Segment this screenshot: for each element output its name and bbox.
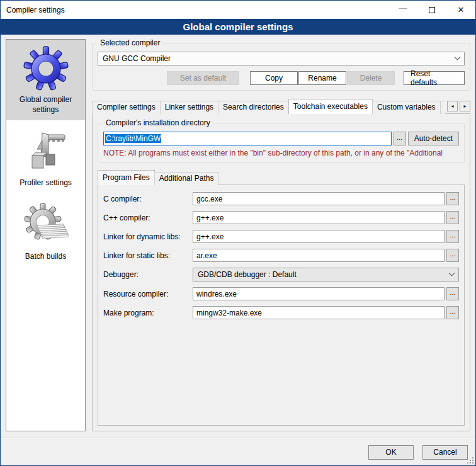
program-files-panel: C compiler: gcc.exe ... C++ compiler: g+… [98,185,465,426]
browse-button[interactable]: ... [446,230,459,243]
browse-button[interactable]: ... [446,306,459,319]
form-row-cpp-compiler: C++ compiler: g++.exe ... [103,211,459,224]
subtab-additional-paths[interactable]: Additional Paths [154,172,219,185]
browse-button[interactable]: ... [446,249,459,262]
make-program-input[interactable]: mingw32-make.exe [193,306,445,319]
maximize-icon [429,7,435,13]
dialog-header: Global compiler settings [1,19,475,35]
rename-button[interactable]: Rename [298,71,346,85]
field-label: Make program: [103,309,193,317]
tab-scroll-right-button[interactable]: ▸ [460,101,470,111]
form-row-static-linker: Linker for static libs: ar.exe ... [103,249,459,262]
browse-directory-button[interactable]: ... [394,132,406,145]
browse-button[interactable]: ... [446,287,459,300]
form-row-dynamic-linker: Linker for dynamic libs: g++.exe ... [103,230,459,243]
tab-scroll-left-button[interactable]: ◂ [447,101,458,111]
tab-build-options[interactable]: Build options [440,101,445,114]
tab-toolchain-executables[interactable]: Toolchain executables [288,99,373,114]
main-tabs: Compiler settings Linker settings Search… [92,99,445,114]
cancel-button[interactable]: Cancel [422,445,468,460]
tab-scroll-arrows: ◂ ▸ [447,101,470,111]
program-files-tabstrip: Program Files Additional Paths [98,171,465,185]
dialog-footer: OK Cancel [1,439,475,465]
titlebar-buttons: — ✕ [388,1,475,19]
field-label: Debugger: [103,270,193,279]
field-label: C compiler: [103,195,193,203]
chevron-down-icon [449,270,455,276]
minimize-icon: — [399,3,407,16]
installation-directory-group: Compiler's installation directory C:\ray… [98,123,465,163]
browse-button[interactable]: ... [446,211,459,224]
ok-button[interactable]: OK [368,445,414,460]
field-label: Linker for dynamic libs: [103,232,193,241]
compiler-select-value: GNU GCC Compiler [103,54,171,63]
resize-grip[interactable] [466,456,474,464]
sidebar-item-label: Batch builds [25,252,66,262]
form-row-make-program: Make program: mingw32-make.exe ... [103,306,459,319]
chevron-down-icon [455,54,461,60]
gray-gear-stack-icon [23,203,69,248]
sidebar-item-label: Global compiler settings [9,95,82,115]
close-icon: ✕ [458,5,465,14]
set-as-default-button[interactable]: Set as default [167,71,239,85]
compiler-settings-dialog: Compiler settings — ✕ Global compiler se… [0,0,476,466]
selected-compiler-group: Selected compiler GNU GCC Compiler Set a… [92,43,470,91]
reset-defaults-button[interactable]: Reset defaults [404,71,465,85]
form-row-resource-compiler: Resource compiler: windres.exe ... [103,287,459,300]
bin-subdirectory-note: NOTE: All programs must exist either in … [103,149,459,157]
installation-directory-input[interactable]: C:\raylib\MinGW [103,132,392,145]
settings-sidebar: Global compiler settings [6,39,86,431]
caliper-icon [23,129,69,174]
arrow-right-icon: ▸ [463,103,466,109]
maximize-button[interactable] [417,1,446,19]
sidebar-item-profiler-settings[interactable]: Profiler settings [6,123,85,194]
debugger-select[interactable]: GDB/CDB debugger : Default [193,268,459,281]
form-row-debugger: Debugger: GDB/CDB debugger : Default [103,268,459,281]
tab-linker-settings[interactable]: Linker settings [160,101,218,114]
titlebar: Compiler settings — ✕ [1,1,475,19]
subtab-program-files[interactable]: Program Files [98,170,155,185]
c-compiler-input[interactable]: gcc.exe [193,192,445,205]
compiler-buttons-row: Set as default Copy Rename Delete Reset … [98,71,465,85]
toolchain-executables-panel: Compiler's installation directory C:\ray… [92,113,470,431]
sidebar-item-global-compiler-settings[interactable]: Global compiler settings [6,40,85,120]
static-linker-input[interactable]: ar.exe [193,249,445,262]
tab-search-directories[interactable]: Search directories [218,101,289,114]
debugger-select-value: GDB/CDB debugger : Default [198,270,297,279]
minimize-button[interactable]: — [388,1,417,19]
field-label: Resource compiler: [103,290,193,298]
field-label: Linker for static libs: [103,251,193,260]
close-button[interactable]: ✕ [446,1,475,19]
sidebar-item-batch-builds[interactable]: Batch builds [6,196,85,268]
form-row-c-compiler: C compiler: gcc.exe ... [103,192,459,205]
installation-directory-value: C:\raylib\MinGW [105,134,161,143]
copy-button[interactable]: Copy [250,71,298,85]
auto-detect-button[interactable]: Auto-detect [408,132,459,145]
tab-custom-variables[interactable]: Custom variables [372,101,441,114]
window-title: Compiler settings [1,6,65,14]
selected-compiler-legend: Selected compiler [98,38,162,47]
tab-compiler-settings[interactable]: Compiler settings [92,101,161,114]
sidebar-item-label: Profiler settings [20,178,72,188]
main-tabstrip: Compiler settings Linker settings Search… [92,99,470,114]
browse-button[interactable]: ... [446,192,459,205]
field-label: C++ compiler: [103,213,193,222]
resource-compiler-input[interactable]: windres.exe [193,287,445,300]
installation-directory-legend: Compiler's installation directory [103,118,213,127]
delete-button[interactable]: Delete [347,71,395,85]
cpp-compiler-input[interactable]: g++.exe [193,211,445,224]
arrow-left-icon: ◂ [451,103,453,109]
page-title: Global compiler settings [183,21,293,32]
blue-gear-icon [23,46,69,91]
dynamic-linker-input[interactable]: g++.exe [193,230,445,243]
compiler-select[interactable]: GNU GCC Compiler [98,52,465,65]
